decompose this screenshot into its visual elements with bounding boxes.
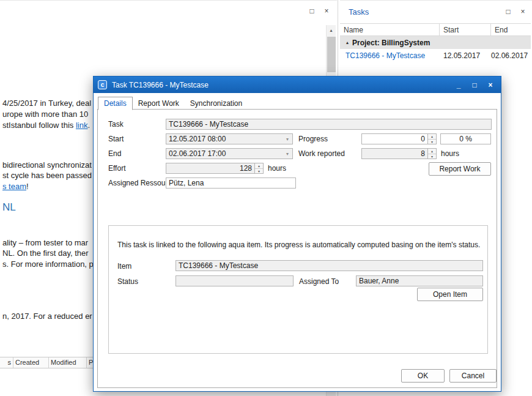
desktop: □ × 4/25/2017 in Turkey, deal urope with…: [0, 0, 532, 396]
bg-text-line: ality – from tester to mar: [2, 238, 88, 247]
spin-up-icon[interactable]: ▴: [428, 149, 436, 154]
effort-spinner[interactable]: 128 ▴ ▾: [166, 163, 264, 174]
dropdown-icon[interactable]: ▾: [283, 151, 292, 157]
tab-synchronization[interactable]: Synchronization: [185, 97, 248, 110]
bg-text-line: s team!: [2, 182, 29, 191]
dropdown-icon[interactable]: ▾: [283, 136, 292, 142]
start-datetime-combo[interactable]: 12.05.2017 08:00 ▾: [166, 133, 293, 144]
effort-unit: hours: [268, 164, 286, 173]
group-label: Project: BillingSystem: [352, 39, 430, 47]
spin-buttons: ▴ ▾: [427, 134, 436, 144]
ok-button[interactable]: OK: [401, 369, 445, 383]
bg-heading: NL: [2, 201, 16, 214]
spin-down-icon[interactable]: ▾: [428, 139, 436, 144]
minimize-icon[interactable]: _: [453, 81, 465, 89]
group-expander-icon[interactable]: ▴: [346, 40, 349, 45]
progress-label: Progress: [298, 135, 328, 143]
dialog-tabs: Details Report Work Synchronization: [98, 97, 248, 110]
bg-text-line: n, 2017. For a reduced er: [2, 312, 92, 321]
istanbul-link[interactable]: link: [76, 121, 88, 130]
effort-label: Effort: [108, 164, 125, 173]
maximize-icon[interactable]: □: [468, 81, 481, 89]
bg-text: stIstanbul follow this: [2, 121, 76, 130]
start-value: 12.05.2017 08:00: [169, 135, 283, 143]
spin-buttons: ▴ ▾: [254, 163, 263, 173]
bg-text: !: [26, 182, 29, 191]
spin-up-icon[interactable]: ▴: [428, 134, 436, 139]
item-field: TC139666 - MyTestcase: [175, 260, 483, 271]
column-header-modified[interactable]: Modified: [49, 357, 87, 368]
status-field: [175, 275, 294, 286]
progress-spinner[interactable]: 0 ▴ ▾: [361, 133, 437, 144]
close-icon[interactable]: ×: [322, 7, 331, 15]
bg-text-line: 4/25/2017 in Turkey, deal: [2, 99, 91, 108]
task-field: TC139666 - MyTestcase: [166, 119, 492, 130]
tab-report-work[interactable]: Report Work: [133, 97, 185, 110]
scroll-up-icon[interactable]: ▴: [327, 25, 336, 35]
status-label: Status: [117, 277, 138, 286]
bg-text-line: bidirectional synchronizat: [2, 160, 92, 170]
work-reported-unit: hours: [441, 149, 459, 158]
progress-percent-field: 0 %: [440, 133, 491, 144]
tasks-column-headers: Name Start End: [340, 23, 531, 36]
bg-text-line: s. For more information, pl: [2, 260, 95, 269]
work-reported-label: Work reported: [298, 149, 345, 158]
item-label: Item: [117, 262, 131, 271]
start-label: Start: [108, 135, 124, 143]
spin-buttons: ▴ ▾: [427, 149, 436, 159]
column-header-created[interactable]: Created: [13, 357, 49, 368]
effort-value: 128: [169, 164, 254, 173]
bg-text-line: stIstanbul follow this link.: [2, 121, 90, 130]
background-table-header: s Created Modified Pa: [0, 357, 94, 368]
bg-text-line: urope with more than 10: [2, 110, 88, 119]
task-dialog: c Task TC139666 - MyTestcase _ □ × Detai…: [93, 76, 501, 392]
task-start-date: 12.05.2017: [440, 51, 487, 60]
task-row[interactable]: TC139666 - MyTestcase 12.05.2017 02.06.2…: [340, 49, 531, 62]
task-end-date: 02.06.2017: [487, 51, 528, 60]
end-label: End: [108, 149, 121, 158]
linked-item-description: This task is linked to the following aqu…: [117, 241, 480, 249]
column-header-start[interactable]: Start: [440, 24, 491, 35]
cancel-button[interactable]: Cancel: [449, 369, 497, 383]
assigned-resource-field[interactable]: Pütz, Lena: [166, 177, 296, 189]
report-work-button[interactable]: Report Work: [429, 162, 491, 176]
end-value: 02.06.2017 17:00: [169, 149, 283, 158]
group-row[interactable]: ▴ Project: BillingSystem: [340, 36, 531, 49]
bg-text-line: st cycle has been passed: [2, 171, 92, 180]
column-header-name[interactable]: Name: [340, 24, 440, 35]
dialog-titlebar[interactable]: c Task TC139666 - MyTestcase _ □ ×: [94, 77, 501, 93]
column-header[interactable]: s: [0, 357, 13, 368]
column-header-end[interactable]: End: [491, 24, 531, 35]
tasks-panel-controls: □ ×: [504, 7, 527, 16]
close-icon[interactable]: ×: [484, 81, 497, 89]
maximize-icon[interactable]: □: [308, 7, 316, 15]
app-icon: c: [98, 80, 107, 89]
close-icon[interactable]: ×: [519, 7, 527, 16]
linked-item-groupbox: This task is linked to the following aqu…: [108, 225, 488, 354]
bg-text-line: NL. On the first day, ther: [2, 248, 89, 258]
progress-value: 0: [364, 135, 427, 143]
work-reported-value: 8: [364, 149, 427, 158]
tab-details[interactable]: Details: [98, 97, 133, 110]
spin-up-icon[interactable]: ▴: [255, 163, 263, 168]
maximize-icon[interactable]: □: [504, 7, 512, 16]
open-item-button[interactable]: Open Item: [417, 288, 483, 301]
details-tab-page: Task TC139666 - MyTestcase Start 12.05.2…: [97, 109, 497, 388]
task-label: Task: [108, 120, 124, 129]
spin-down-icon[interactable]: ▾: [255, 168, 263, 174]
background-window-controls: □ ×: [308, 7, 331, 15]
assigned-to-label: Assigned To: [299, 277, 339, 286]
team-link[interactable]: s team: [2, 182, 26, 191]
spin-down-icon[interactable]: ▾: [428, 154, 436, 159]
work-reported-spinner[interactable]: 8 ▴ ▾: [361, 148, 437, 159]
tasks-panel-title: Tasks: [349, 7, 369, 17]
task-link[interactable]: TC139666 - MyTestcase: [345, 51, 440, 60]
assigned-to-field: Bauer, Anne: [356, 275, 483, 286]
dialog-title: Task TC139666 - MyTestcase: [112, 81, 449, 89]
end-datetime-combo[interactable]: 02.06.2017 17:00 ▾: [166, 148, 293, 159]
bg-text: .: [87, 121, 90, 130]
scrollbar-thumb[interactable]: [327, 37, 336, 72]
